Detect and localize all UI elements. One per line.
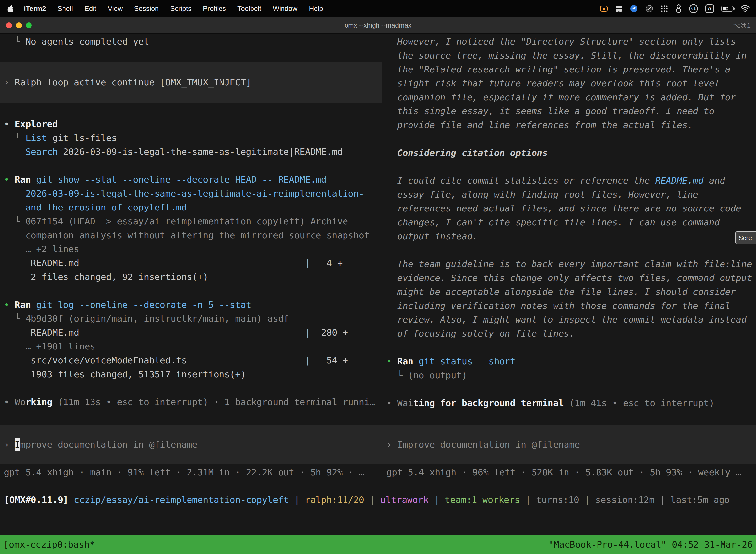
ralph-loop-banner: › Ralph loop active continue [OMX_TMUX_I… [0, 62, 382, 103]
text-run: git ls-files [47, 133, 117, 143]
close-button[interactable] [6, 22, 12, 28]
left-prompt-input[interactable]: › Improve documentation in @filename [0, 425, 382, 464]
window-grid-icon[interactable] [615, 5, 623, 12]
terminal-line: 1903 files changed, 513517 insertions(+) [0, 367, 382, 381]
omx-status-bar: [OMX#0.11.9] cczip/essay/ai-reimplementa… [0, 493, 756, 507]
terminal-line: The team guideline is to back every impo… [382, 257, 756, 271]
menu-item-iterm2[interactable]: iTerm2 [24, 5, 46, 13]
menu-status-icons: 61 A [600, 4, 750, 13]
explored-header: • Explored [0, 117, 382, 131]
terminal-line: I could cite commit statistics or refere… [382, 174, 756, 188]
recording-dot-icon [603, 8, 605, 10]
terminal-line: Search 2026-03-09-is-legal-the-same-as-l… [0, 145, 382, 159]
blue-app-icon[interactable] [630, 5, 638, 13]
text-run: output instead. [386, 231, 478, 241]
terminal-line: review. Also, I might want to inspect th… [382, 313, 756, 327]
text-run: … +1901 lines [4, 341, 95, 351]
terminal-line: └ List git ls-files [0, 131, 382, 145]
screen-share-tooltip-label: Scre [739, 231, 752, 244]
battery-percentage-label: 61 [691, 6, 696, 11]
ran-git-show: • Ran git show --stat --oneline --decora… [0, 173, 382, 187]
text-run: git status --short [419, 356, 515, 366]
text-run: 2026-03-09-is-legal-the-same-as-legitima… [58, 147, 343, 157]
screen-share-tooltip[interactable]: Scre [735, 231, 756, 244]
blank-line [382, 340, 756, 354]
terminal-line: output instead. [382, 229, 756, 243]
right-session-status: gpt-5.4 xhigh · 96% left · 520K in · 5.8… [382, 465, 756, 479]
dark-app-icon[interactable] [645, 5, 653, 13]
text-run: references need actual files, and since … [386, 203, 741, 214]
text-run: └ (no output) [386, 370, 467, 380]
menu-item-shell[interactable]: Shell [58, 5, 73, 13]
terminal-line: companion file, especially if more comme… [382, 90, 756, 104]
text-run: The team guideline is to back every impo… [386, 259, 752, 269]
text-run: ting for background terminal [413, 398, 564, 408]
text-run: companion analysis without altering the … [4, 230, 370, 240]
menu-item-scripts[interactable]: Scripts [170, 5, 191, 13]
terminal-line: and-the-erosion-of-copyleft.md [0, 201, 382, 214]
text-run: essay file, along with finding root file… [386, 189, 698, 200]
terminal-line: the "Related research writing" section i… [382, 63, 756, 76]
menu-item-toolbelt[interactable]: Toolbelt [237, 5, 261, 13]
apple-menu[interactable] [7, 5, 14, 12]
minimize-button[interactable] [16, 22, 22, 28]
text-run: … +2 lines [4, 244, 79, 254]
window-title-bar[interactable]: omx --xhigh --madmax ⌥⌘1 [0, 17, 756, 34]
menu-item-edit[interactable]: Edit [84, 5, 96, 13]
terminal-line: the source tree, missing the essay. Stil… [382, 49, 756, 63]
menu-item-help[interactable]: Help [309, 5, 323, 13]
text-run: • [4, 119, 15, 129]
text-run: gpt-5.4 xhigh · 96% left · 520K in · 5.8… [386, 467, 741, 477]
app-grid-icon[interactable] [661, 5, 668, 12]
terminal-line: However, I noticed the "Directory Struct… [382, 35, 756, 49]
text-run: • [386, 356, 397, 366]
blank-line [0, 381, 382, 395]
text-run: might be acceptable alongside the file l… [386, 287, 736, 297]
blank-line [382, 132, 756, 146]
text-run: | turns:10 | session:12m | last:5m ago [520, 495, 730, 505]
text-run: evidence. Since this change only affects… [386, 273, 752, 283]
terminal-line: slight risk that future readers may over… [382, 76, 756, 90]
terminal-line: essay file, along with finding root file… [382, 188, 756, 202]
zoom-button[interactable] [26, 22, 32, 28]
menu-items: iTerm2ShellEditViewSessionScriptsProfile… [24, 5, 323, 13]
terminal-line: changes, I can't cite specific file line… [382, 215, 756, 229]
terminal-line: … +1901 lines [0, 340, 382, 353]
text-run: team:1 workers [445, 495, 520, 505]
text-run: git show --stat --oneline --decorate HEA… [36, 174, 326, 185]
terminal-line: └ 4b9d30f (origin/main, instructkr/main,… [0, 312, 382, 326]
text-run: the "Related research writing" section i… [386, 64, 731, 74]
screen-recording-icon[interactable] [600, 6, 608, 12]
text-run: provide file and line references from th… [386, 120, 693, 130]
pane-bottom-border [0, 487, 756, 487]
text-run: (11m 13s • esc to interrupt) · 1 backgro… [52, 397, 375, 407]
menu-item-session[interactable]: Session [134, 5, 159, 13]
battery-icon[interactable] [721, 6, 733, 12]
terminal-line: this single essay, it seems like a good … [382, 104, 756, 118]
text-run: review. Also, I might want to inspect th… [386, 315, 747, 325]
terminal-line: references need actual files, and since … [382, 202, 756, 215]
text-run: | [364, 495, 380, 505]
text-run: and-the-erosion-of-copyleft.md [4, 202, 187, 213]
wifi-icon[interactable] [741, 5, 750, 12]
window-title: omx --xhigh --madmax [0, 21, 756, 29]
text-run: └ [4, 133, 25, 143]
blank-line [382, 382, 756, 396]
text-run: | [429, 495, 445, 505]
tmux-status-bar: [omx-cczip0:bash* "MacBook-Pro-44.local"… [0, 535, 756, 554]
terminal-line: 2026-03-09-is-legal-the-same-as-legitima… [0, 187, 382, 201]
terminal-line: └ 067f154 (HEAD -> essay/ai-reimplementa… [0, 214, 382, 228]
text-run: companion file, especially if more comme… [386, 92, 736, 102]
menu-item-window[interactable]: Window [273, 5, 298, 13]
menu-item-view[interactable]: View [108, 5, 123, 13]
text-run: • Wai [386, 398, 413, 408]
text-run: I [15, 438, 20, 451]
battery-percentage-icon[interactable]: 61 [689, 4, 698, 13]
input-source-icon[interactable]: A [705, 4, 714, 13]
right-prompt-input[interactable]: › Improve documentation in @filename [382, 425, 756, 464]
text-run: the source tree, missing the essay. Stil… [386, 50, 747, 61]
figure-eight-icon[interactable] [676, 4, 682, 13]
menu-item-profiles[interactable]: Profiles [203, 5, 226, 13]
working-status-line: • Working (11m 13s • esc to interrupt) ·… [0, 395, 382, 409]
text-run: cczip/essay/ai-reimplementation-copyleft [74, 495, 289, 505]
